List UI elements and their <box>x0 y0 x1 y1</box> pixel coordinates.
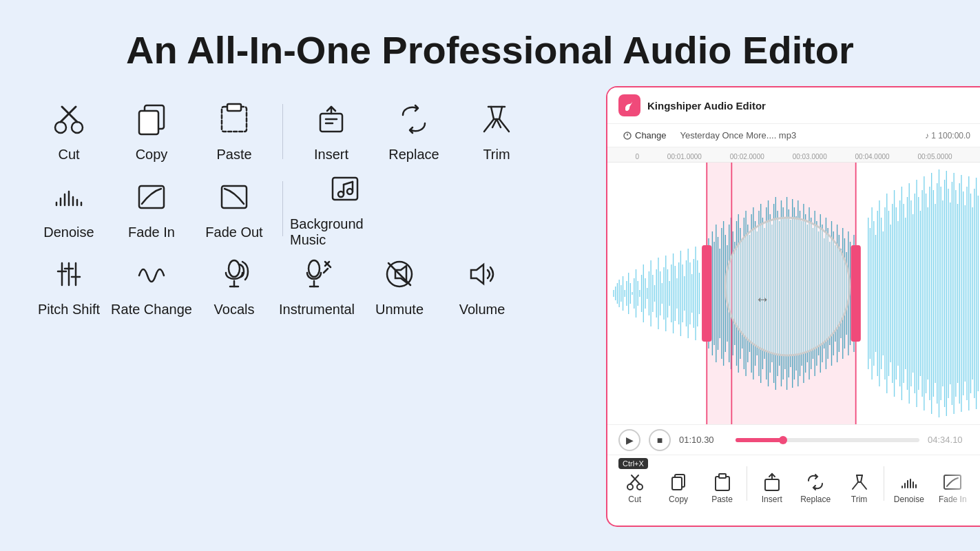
bottom-tool-paste[interactable]: Paste <box>700 467 744 510</box>
svg-rect-7 <box>227 104 241 111</box>
tool-trim[interactable]: Trim <box>455 100 538 163</box>
trim-label: Trim <box>483 147 510 163</box>
bottom-divider-2 <box>884 466 884 501</box>
svg-rect-426 <box>851 245 860 342</box>
tool-denoise[interactable]: Denoise <box>28 178 110 240</box>
svg-line-40 <box>324 269 328 273</box>
tool-pitch-shift[interactable]: Pitch Shift <box>28 255 110 318</box>
file-name: Yesterday Once More.... mp3 <box>680 130 797 141</box>
transport-bar: ▶ ■ 01:10.30 04:34.10 <box>607 424 980 455</box>
paste-label: Paste <box>216 147 251 163</box>
tool-background-music[interactable]: Background Music <box>290 169 400 248</box>
time-total: 04:34.10 <box>928 435 969 445</box>
tool-rate-change[interactable]: Rate Change <box>110 255 193 318</box>
svg-point-36 <box>309 260 320 277</box>
progress-fill <box>736 438 783 442</box>
svg-line-431 <box>630 475 638 484</box>
waveform-area[interactable]: ↔ <box>607 163 980 424</box>
svg-point-430 <box>637 484 643 490</box>
play-button[interactable]: ▶ <box>618 429 640 451</box>
background-music-label: Background Music <box>290 216 400 248</box>
svg-line-26 <box>344 182 353 185</box>
cut-icon <box>50 100 88 138</box>
svg-line-432 <box>632 475 640 484</box>
svg-point-1 <box>72 122 83 133</box>
tools-panel: Cut Copy <box>28 93 592 551</box>
vocals-label: Vocals <box>214 302 255 318</box>
copy-label: Copy <box>136 147 168 163</box>
denoise-label: Denoise <box>43 225 94 240</box>
app-toolbar: Change Yesterday Once More.... mp3 ♪ 1 1… <box>607 124 980 147</box>
bottom-tool-denoise[interactable]: Denoise <box>887 467 930 510</box>
tool-vocals[interactable]: Vocals <box>193 255 275 318</box>
bottom-tool-replace[interactable]: Replace <box>793 467 837 510</box>
app-titlebar: Kingshiper Audio Editor <box>607 87 980 124</box>
cut-label: Cut <box>58 147 79 163</box>
ctrl-badge: Ctrl+X <box>618 458 648 469</box>
app-logo <box>618 94 640 116</box>
app-window: Kingshiper Audio Editor Change Yesterday… <box>606 86 980 527</box>
ruler-mark-5: 00:05.0000 <box>917 153 952 160</box>
bottom-tool-replace-label: Replace <box>800 495 831 504</box>
volume-label: Volume <box>459 302 505 318</box>
change-button[interactable]: Change <box>617 128 672 143</box>
tool-fade-in[interactable]: Fade In <box>110 178 193 240</box>
svg-point-429 <box>627 484 633 490</box>
bottom-tool-copy[interactable]: Copy <box>656 467 700 510</box>
pitch-shift-icon <box>50 255 88 293</box>
fade-out-icon <box>215 178 253 216</box>
paste-icon <box>215 100 253 138</box>
replace-icon <box>395 100 433 138</box>
progress-bar[interactable] <box>736 438 919 442</box>
svg-rect-21 <box>333 178 357 200</box>
change-label: Change <box>635 130 667 141</box>
stop-button[interactable]: ■ <box>649 429 671 451</box>
divider-2 <box>282 181 283 236</box>
trim-icon <box>477 100 516 138</box>
tool-insert[interactable]: Insert <box>290 100 373 163</box>
ruler-mark-0: 0 <box>635 153 639 160</box>
rate-change-icon <box>132 255 171 293</box>
bottom-tool-trim[interactable]: Trim <box>837 467 881 510</box>
bottom-tool-cut[interactable]: Cut <box>613 467 656 510</box>
tool-paste[interactable]: Paste <box>193 100 275 163</box>
svg-rect-5 <box>139 111 158 134</box>
app-title: Kingshiper Audio Editor <box>647 100 766 112</box>
svg-rect-425 <box>702 245 711 342</box>
copy-icon <box>132 100 171 138</box>
tool-copy[interactable]: Copy <box>110 100 193 163</box>
insert-icon <box>312 100 351 138</box>
insert-label: Insert <box>314 147 348 163</box>
ruler-mark-1: 00:01.0000 <box>667 153 702 160</box>
bottom-tool-insert[interactable]: Insert <box>750 467 793 510</box>
tool-fade-out[interactable]: Fade Out <box>193 178 275 240</box>
time-current: 01:10.30 <box>679 435 727 445</box>
tools-row-2: Denoise Fade In <box>28 169 592 248</box>
tool-cut[interactable]: Cut <box>28 100 110 163</box>
instrumental-icon <box>298 255 336 293</box>
tool-instrumental[interactable]: Instrumental <box>275 255 358 318</box>
ruler-mark-2: 00:02.0000 <box>730 153 764 160</box>
page-title: An All-In-One Professional Audio Editor <box>0 0 980 93</box>
denoise-icon <box>50 178 88 216</box>
bottom-divider-1 <box>747 466 747 501</box>
svg-rect-434 <box>672 477 682 490</box>
instrumental-label: Instrumental <box>279 302 355 318</box>
unmute-label: Unmute <box>375 302 424 318</box>
vocals-icon <box>215 255 253 293</box>
tool-replace[interactable]: Replace <box>373 100 455 163</box>
volume-icon <box>463 255 501 293</box>
tool-volume[interactable]: Volume <box>441 255 523 318</box>
svg-rect-437 <box>765 479 779 490</box>
tool-unmute[interactable]: Unmute <box>358 255 441 318</box>
replace-label: Replace <box>388 147 439 163</box>
svg-point-33 <box>229 260 240 277</box>
background-music-icon <box>326 169 364 208</box>
bottom-toolbar: Ctrl+X Cut Copy <box>607 455 980 511</box>
bottom-tool-insert-label: Insert <box>762 495 782 504</box>
bottom-tool-denoise-label: Denoise <box>894 495 924 504</box>
svg-point-0 <box>55 122 66 133</box>
svg-point-428 <box>725 218 849 355</box>
bottom-tool-trim-label: Trim <box>851 495 868 504</box>
tools-row-3: Pitch Shift Rate Change <box>28 255 592 318</box>
